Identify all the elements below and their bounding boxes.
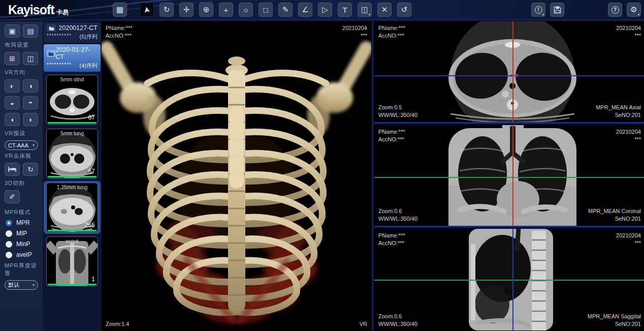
study-item-2-selected[interactable]: 2020-01-27-CT ********** (4)序列	[44, 44, 101, 72]
axial-overlay-patient: PName:***AccNO:***	[378, 24, 405, 40]
vr-overlay-zoom: Zoom:1.4	[106, 320, 129, 328]
vr-overlay-patient: PName:*** AccNO:***	[106, 24, 133, 40]
scalpel-icon[interactable]: ✐	[5, 190, 20, 203]
select-cursor-icon[interactable]: ➤	[140, 3, 154, 17]
sagittal-overlay-patient: PName:***AccNO:***	[378, 232, 405, 247]
delete-annotation-icon[interactable]: ✕	[377, 3, 392, 17]
mpr-sagittal-viewport[interactable]: PName:***AccNO:*** 20210204*** Zoom:0.6W…	[374, 229, 644, 331]
axial-crosshair-horizontal[interactable]	[374, 75, 644, 76]
folder-open-icon	[47, 50, 56, 57]
radio-icon	[6, 252, 12, 258]
mpr-thickness-label: MPR厚度设置	[5, 262, 38, 277]
vr-preset-dropdown[interactable]: CT-AAA ▾	[5, 140, 38, 150]
study-series-count: (5)序列	[80, 33, 98, 41]
sagittal-overlay-zoom: Zoom:0.6WW/WL:350/40	[378, 313, 417, 328]
radio-icon	[6, 230, 12, 237]
vr-direction-back-icon[interactable]: ◓	[23, 96, 38, 109]
series-thumbnail-scout[interactable]: scout 1	[44, 235, 101, 288]
mpr-mode-option-mpr[interactable]: MPR	[6, 219, 38, 226]
layout-grid-icon[interactable]: ⊞	[5, 52, 20, 65]
study-patient-masked: **********	[47, 62, 72, 70]
radio-selected-icon	[6, 220, 12, 226]
coronal-crosshair-horizontal[interactable]	[374, 177, 644, 178]
settings-gear-icon[interactable]: ⚙	[627, 3, 641, 17]
series-thumbnail-5mm-lung[interactable]: 5mm lung 67	[44, 127, 101, 180]
pan-icon[interactable]: ✛	[179, 3, 194, 17]
mpr-mode-label: MPR模式	[5, 208, 38, 216]
sagittal-overlay-series: MPR_MEAN SaggitalSeNO:201	[588, 313, 641, 328]
chevron-down-icon: ▾	[33, 143, 35, 147]
logo-text-cn: 卡易	[56, 8, 69, 17]
mpr-thickness-value: 默认	[8, 281, 19, 289]
info-icon[interactable]: !	[531, 3, 545, 17]
folder-icon	[47, 24, 56, 32]
sagittal-crosshair-vertical[interactable]	[512, 229, 513, 331]
mpr-mode-option-aveip[interactable]: aveIP	[6, 251, 38, 258]
vr-direction-front-icon[interactable]: ◒	[5, 96, 20, 109]
logo-text: Kayisoft	[8, 3, 54, 17]
layout-report-icon[interactable]: ▤	[23, 24, 38, 38]
thumbnail-progress-bar	[48, 230, 96, 231]
vr-preset-label: VR预设	[5, 130, 38, 137]
bed-restore-icon[interactable]: ↻	[23, 163, 38, 176]
coronal-overlay-study: 20210204***	[616, 128, 641, 143]
help-icon[interactable]: ?	[608, 3, 622, 17]
mpr-coronal-viewport[interactable]: PName:***AccNO:*** 20210204*** Zoom:0.6W…	[374, 125, 644, 227]
save-icon[interactable]	[550, 3, 564, 17]
window-level-icon[interactable]: ◫	[358, 3, 372, 17]
reset-icon[interactable]: ↺	[397, 3, 411, 17]
mpr-column: PName:***AccNO:*** 20210204*** Zoom:0.5W…	[372, 21, 644, 331]
study-patient-masked: **********	[47, 33, 72, 41]
mpr-mode-option-mip[interactable]: MIP	[6, 230, 38, 237]
vr-overlay-mode: VR	[360, 320, 367, 328]
vr-direction-label: VR方向	[5, 69, 38, 76]
coronal-overlay-zoom: Zoom:0.6WW/WL:350/40	[378, 207, 417, 223]
vr-preset-value: CT-AAA	[8, 142, 28, 148]
series-thumbnail-125mm-lung[interactable]: 1.25mm lung 265	[44, 181, 101, 234]
radio-icon	[6, 241, 12, 248]
series-thumbnail-5mm-stnd[interactable]: 5mm stnd 67	[44, 73, 101, 126]
layout-single-icon[interactable]: ▣	[5, 24, 20, 38]
mpr-thickness-dropdown[interactable]: 默认 ▾	[5, 280, 38, 290]
mpr-layout-icon[interactable]: ▦	[113, 3, 127, 17]
study-series-count: (4)序列	[80, 62, 98, 70]
axial-overlay-study: 20210204***	[616, 24, 641, 40]
bed-removal-icon[interactable]	[5, 163, 20, 176]
ellipse-roi-icon[interactable]: ○	[239, 3, 253, 17]
study-item-1[interactable]: 20200127-CT ********** (5)序列	[44, 22, 101, 43]
axial-overlay-zoom: Zoom:0.5WW/WL:350/40	[378, 104, 417, 119]
vr-direction-bottom-icon[interactable]: ◗	[23, 113, 38, 126]
angle-icon[interactable]: ∠	[298, 3, 312, 17]
vr-bed-removal-label: VR去床板	[5, 152, 38, 160]
coronal-crosshair-vertical[interactable]	[512, 125, 513, 226]
thumbnail-progress-bar	[48, 122, 96, 124]
app-logo: Kayisoft 卡易	[8, 3, 69, 17]
thumbnail-progress-bar	[48, 284, 96, 285]
cut-3d-label: 3D切割	[5, 179, 38, 187]
mpr-axial-viewport[interactable]: PName:***AccNO:*** 20210204*** Zoom:0.5W…	[374, 21, 644, 124]
sagittal-crosshair-horizontal[interactable]	[374, 280, 644, 281]
coronal-overlay-series: MPR_MEAN CoronalSeNO:201	[588, 207, 641, 223]
thumbnail-image-scout	[47, 237, 98, 286]
vr-direction-left-icon[interactable]: ◐	[5, 79, 20, 93]
axial-overlay-series: MPR_MEAN AxialSeNO:201	[596, 104, 641, 119]
cobb-angle-icon[interactable]: ▷	[318, 3, 332, 17]
header-bar: Kayisoft 卡易 ▦ ➤ ↻ ✛ ⊕ + ○ □ ✎ ∠ ▷ T ◫ ✕ …	[0, 0, 644, 20]
toolbar-right-group: ? ⚙	[608, 3, 641, 17]
study-title: 20200127-CT	[59, 24, 98, 32]
vr-direction-top-icon[interactable]: ◖	[5, 113, 20, 126]
vr-direction-right-icon[interactable]: ◑	[23, 79, 38, 93]
vr-3d-viewport[interactable]: PName:*** AccNO:*** 20210204 *** Zoom:1.…	[102, 21, 371, 331]
axial-crosshair-vertical[interactable]	[512, 21, 513, 122]
layout-split-icon[interactable]: ◫	[23, 52, 38, 65]
study-title: 2020-01-27-CT	[56, 46, 98, 61]
text-annotation-icon[interactable]: T	[338, 3, 352, 17]
crosshair-icon[interactable]: +	[219, 3, 233, 17]
vr-overlay-study: 20210204 ***	[342, 24, 367, 40]
mpr-mode-option-minp[interactable]: MinP	[6, 240, 38, 248]
rotate-3d-icon[interactable]: ↻	[159, 3, 174, 17]
layout-settings-label: 布局设置	[5, 41, 38, 49]
measure-line-icon[interactable]: ✎	[278, 3, 293, 17]
zoom-magnifier-icon[interactable]: ⊕	[199, 3, 213, 17]
rectangle-roi-icon[interactable]: □	[259, 3, 273, 17]
